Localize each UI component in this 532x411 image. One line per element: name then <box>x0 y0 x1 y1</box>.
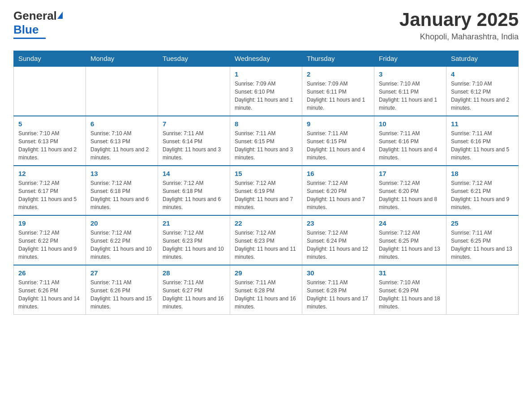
calendar-week-row: 12Sunrise: 7:12 AMSunset: 6:17 PMDayligh… <box>14 166 519 215</box>
calendar-cell: 18Sunrise: 7:12 AMSunset: 6:21 PMDayligh… <box>446 166 519 215</box>
day-info: Sunrise: 7:12 AMSunset: 6:24 PMDaylight:… <box>307 229 369 261</box>
day-header-sunday: Sunday <box>14 51 86 67</box>
calendar-table: SundayMondayTuesdayWednesdayThursdayFrid… <box>13 51 519 315</box>
calendar-cell: 1Sunrise: 7:09 AMSunset: 6:10 PMDaylight… <box>230 66 302 116</box>
day-header-tuesday: Tuesday <box>158 51 230 67</box>
calendar-cell: 12Sunrise: 7:12 AMSunset: 6:17 PMDayligh… <box>14 166 86 215</box>
calendar-cell: 8Sunrise: 7:11 AMSunset: 6:15 PMDaylight… <box>230 116 302 166</box>
calendar-cell: 9Sunrise: 7:11 AMSunset: 6:15 PMDaylight… <box>302 116 374 166</box>
day-info: Sunrise: 7:10 AMSunset: 6:12 PMDaylight:… <box>451 80 514 112</box>
calendar-cell: 30Sunrise: 7:11 AMSunset: 6:28 PMDayligh… <box>302 265 374 315</box>
day-info: Sunrise: 7:12 AMSunset: 6:18 PMDaylight:… <box>90 179 153 211</box>
calendar-cell: 2Sunrise: 7:09 AMSunset: 6:11 PMDaylight… <box>302 66 374 116</box>
day-info: Sunrise: 7:12 AMSunset: 6:20 PMDaylight:… <box>379 179 442 211</box>
calendar-cell: 29Sunrise: 7:11 AMSunset: 6:28 PMDayligh… <box>230 265 302 315</box>
day-number: 29 <box>235 269 297 277</box>
calendar-cell <box>14 66 86 116</box>
day-number: 16 <box>307 170 369 177</box>
calendar-cell: 3Sunrise: 7:10 AMSunset: 6:11 PMDaylight… <box>374 66 446 116</box>
calendar-cell: 14Sunrise: 7:12 AMSunset: 6:18 PMDayligh… <box>158 166 230 215</box>
day-info: Sunrise: 7:12 AMSunset: 6:23 PMDaylight:… <box>235 229 297 261</box>
day-number: 24 <box>379 219 442 227</box>
day-number: 13 <box>90 170 153 177</box>
logo-blue-text: Blue <box>13 23 63 37</box>
calendar-cell: 7Sunrise: 7:11 AMSunset: 6:14 PMDaylight… <box>158 116 230 166</box>
day-info: Sunrise: 7:11 AMSunset: 6:26 PMDaylight:… <box>90 278 153 311</box>
calendar-cell: 27Sunrise: 7:11 AMSunset: 6:26 PMDayligh… <box>86 265 158 315</box>
day-number: 17 <box>379 170 442 177</box>
day-number: 28 <box>163 269 225 277</box>
day-number: 27 <box>90 269 153 277</box>
calendar-cell <box>158 66 230 116</box>
day-info: Sunrise: 7:10 AMSunset: 6:13 PMDaylight:… <box>90 129 153 162</box>
day-info: Sunrise: 7:11 AMSunset: 6:15 PMDaylight:… <box>235 129 297 162</box>
calendar-header-row: SundayMondayTuesdayWednesdayThursdayFrid… <box>14 51 519 67</box>
logo-general-text: General <box>13 9 57 23</box>
day-number: 23 <box>307 219 369 227</box>
day-info: Sunrise: 7:12 AMSunset: 6:23 PMDaylight:… <box>163 229 225 261</box>
calendar-cell: 23Sunrise: 7:12 AMSunset: 6:24 PMDayligh… <box>302 215 374 265</box>
day-number: 30 <box>307 269 369 277</box>
day-number: 26 <box>18 269 81 277</box>
day-info: Sunrise: 7:11 AMSunset: 6:27 PMDaylight:… <box>163 278 225 311</box>
calendar-cell: 28Sunrise: 7:11 AMSunset: 6:27 PMDayligh… <box>158 265 230 315</box>
day-number: 22 <box>235 219 297 227</box>
calendar-cell: 26Sunrise: 7:11 AMSunset: 6:26 PMDayligh… <box>14 265 86 315</box>
calendar-cell: 15Sunrise: 7:12 AMSunset: 6:19 PMDayligh… <box>230 166 302 215</box>
calendar-cell: 21Sunrise: 7:12 AMSunset: 6:23 PMDayligh… <box>158 215 230 265</box>
day-number: 5 <box>18 120 81 128</box>
day-info: Sunrise: 7:11 AMSunset: 6:28 PMDaylight:… <box>307 278 369 311</box>
calendar-cell: 11Sunrise: 7:11 AMSunset: 6:16 PMDayligh… <box>446 116 519 166</box>
day-header-saturday: Saturday <box>446 51 519 67</box>
page-header: General Blue January 2025 Khopoli, Mahar… <box>13 9 519 42</box>
month-title: January 2025 <box>399 9 519 30</box>
day-info: Sunrise: 7:10 AMSunset: 6:29 PMDaylight:… <box>379 278 442 311</box>
day-number: 20 <box>90 219 153 227</box>
day-number: 6 <box>90 120 153 128</box>
logo: General Blue <box>13 9 63 39</box>
calendar-cell: 20Sunrise: 7:12 AMSunset: 6:22 PMDayligh… <box>86 215 158 265</box>
calendar-cell: 10Sunrise: 7:11 AMSunset: 6:16 PMDayligh… <box>374 116 446 166</box>
day-number: 8 <box>235 120 297 128</box>
day-header-thursday: Thursday <box>302 51 374 67</box>
day-number: 1 <box>235 70 297 78</box>
day-number: 21 <box>163 219 225 227</box>
calendar-cell <box>86 66 158 116</box>
day-header-friday: Friday <box>374 51 446 67</box>
day-number: 4 <box>451 70 514 78</box>
day-number: 25 <box>451 219 514 227</box>
day-number: 2 <box>307 70 369 78</box>
calendar-cell <box>446 265 519 315</box>
day-info: Sunrise: 7:09 AMSunset: 6:10 PMDaylight:… <box>235 80 297 112</box>
calendar-cell: 19Sunrise: 7:12 AMSunset: 6:22 PMDayligh… <box>14 215 86 265</box>
location-text: Khopoli, Maharashtra, India <box>399 32 519 42</box>
calendar-week-row: 19Sunrise: 7:12 AMSunset: 6:22 PMDayligh… <box>14 215 519 265</box>
day-number: 12 <box>18 170 81 177</box>
day-info: Sunrise: 7:12 AMSunset: 6:25 PMDaylight:… <box>379 229 442 261</box>
calendar-cell: 16Sunrise: 7:12 AMSunset: 6:20 PMDayligh… <box>302 166 374 215</box>
calendar-cell: 31Sunrise: 7:10 AMSunset: 6:29 PMDayligh… <box>374 265 446 315</box>
calendar-week-row: 1Sunrise: 7:09 AMSunset: 6:10 PMDaylight… <box>14 66 519 116</box>
day-number: 18 <box>451 170 514 177</box>
day-info: Sunrise: 7:12 AMSunset: 6:17 PMDaylight:… <box>18 179 81 211</box>
day-number: 19 <box>18 219 81 227</box>
day-info: Sunrise: 7:11 AMSunset: 6:16 PMDaylight:… <box>451 129 514 162</box>
day-number: 31 <box>379 269 442 277</box>
day-info: Sunrise: 7:12 AMSunset: 6:19 PMDaylight:… <box>235 179 297 211</box>
day-info: Sunrise: 7:11 AMSunset: 6:28 PMDaylight:… <box>235 278 297 311</box>
calendar-cell: 6Sunrise: 7:10 AMSunset: 6:13 PMDaylight… <box>86 116 158 166</box>
day-info: Sunrise: 7:12 AMSunset: 6:22 PMDaylight:… <box>18 229 81 261</box>
day-info: Sunrise: 7:11 AMSunset: 6:16 PMDaylight:… <box>379 129 442 162</box>
calendar-cell: 25Sunrise: 7:11 AMSunset: 6:25 PMDayligh… <box>446 215 519 265</box>
day-number: 14 <box>163 170 225 177</box>
day-header-wednesday: Wednesday <box>230 51 302 67</box>
title-section: January 2025 Khopoli, Maharashtra, India <box>399 9 519 42</box>
day-number: 10 <box>379 120 442 128</box>
day-number: 3 <box>379 70 442 78</box>
calendar-cell: 13Sunrise: 7:12 AMSunset: 6:18 PMDayligh… <box>86 166 158 215</box>
day-number: 7 <box>163 120 225 128</box>
day-number: 15 <box>235 170 297 177</box>
day-number: 9 <box>307 120 369 128</box>
day-info: Sunrise: 7:10 AMSunset: 6:11 PMDaylight:… <box>379 80 442 112</box>
day-info: Sunrise: 7:10 AMSunset: 6:13 PMDaylight:… <box>18 129 81 162</box>
